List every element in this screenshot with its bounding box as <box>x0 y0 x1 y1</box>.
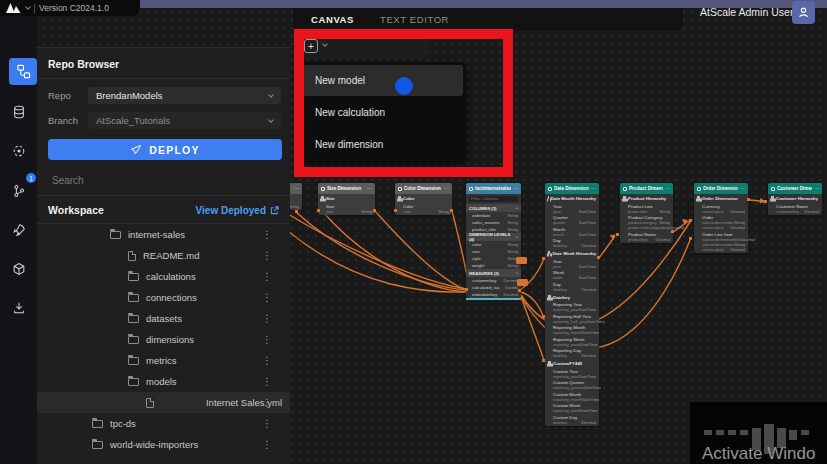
kebab-menu-icon[interactable]: ⋮ <box>262 440 272 450</box>
tab-text-editor[interactable]: TEXT EDITOR <box>380 14 449 25</box>
relationship-edge[interactable] <box>520 294 544 360</box>
relationship-edge[interactable] <box>375 211 467 290</box>
node-column-row[interactable]: orderdatekeyDecimal <box>466 291 521 298</box>
node-hierarchy-row[interactable]: Date Week Hierarchy <box>545 249 599 258</box>
kebab-menu-icon[interactable]: ⋮ <box>262 398 272 408</box>
node-column-row[interactable]: sizeString <box>466 248 521 255</box>
repo-select[interactable]: BrendanModels <box>88 87 281 104</box>
node-section-header[interactable]: COLUMNS (3)^ <box>466 204 521 212</box>
node-hierarchy-row[interactable]: Customer Hierarchy <box>768 194 822 203</box>
kebab-menu-icon[interactable]: ⋮ <box>262 272 272 282</box>
node-level-row[interactable]: SizesizeString <box>318 203 375 215</box>
relationship-badge[interactable] <box>516 257 527 264</box>
tree-item-calculations[interactable]: calculations⋮ <box>37 266 290 287</box>
node-kebab-icon[interactable]: ⋯ <box>665 186 670 191</box>
model-node-factinternetsales[interactable]: factinternetsales ⋯Filter ColumnsCOLUMNS… <box>466 183 521 298</box>
tree-item-connections[interactable]: connections⋮ <box>37 287 290 308</box>
model-node-customer-dimension[interactable]: Customer Dimension ⋯Customer HierarchyCu… <box>768 183 822 215</box>
model-node-product-dimension[interactable]: Product Dimension ⋯Product HierarchyProd… <box>620 183 673 243</box>
node-level-row[interactable]: Product NameproductkeyDecimal <box>620 231 673 243</box>
relationship-edge[interactable] <box>296 212 467 290</box>
node-level-row[interactable]: Reporting Half Yearreporting_half_yearDa… <box>545 313 599 325</box>
node-level-row[interactable]: Custom Monthreporting_monthDateTime <box>545 391 599 403</box>
node-level-row[interactable]: WeekweekDateTime <box>545 270 599 282</box>
node-level-row[interactable]: DaydatekeyDecimal <box>545 281 599 293</box>
node-hierarchy-row[interactable]: Datekey <box>545 293 599 302</box>
node-kebab-icon[interactable]: ⋯ <box>294 186 299 191</box>
relationship-badge[interactable] <box>517 279 528 286</box>
node-hierarchy-row[interactable]: CustomFY445 <box>545 359 599 368</box>
deploy-button[interactable]: DEPLOY <box>48 139 282 160</box>
tree-item-internet-sales[interactable]: internet-sales⋮ <box>37 224 290 245</box>
tree-item-datasets[interactable]: datasets⋮ <box>37 308 290 329</box>
node-hierarchy-row[interactable]: Size <box>318 194 375 203</box>
node-hierarchy-row[interactable]: Product Hierarchy <box>620 194 673 203</box>
rail-datasets-button[interactable] <box>5 98 32 125</box>
rail-repo-browser-button[interactable] <box>9 58 37 85</box>
node-hierarchy-row[interactable]: Date Month Hierarchy <box>545 194 599 203</box>
branch-select[interactable]: AtScale_Tutorials <box>88 112 281 129</box>
node-level-row[interactable]: ColorcolorString <box>395 203 452 215</box>
tree-item-models[interactable]: models⋮ <box>37 371 290 392</box>
logo-chevron-icon[interactable] <box>25 4 31 10</box>
kebab-menu-icon[interactable]: ⋮ <box>262 377 272 387</box>
node-level-row[interactable]: Custom Yearreporting_yearDateTime <box>545 368 599 380</box>
node-level-row[interactable]: Reporting Weekreporting_weekDateTime <box>545 336 599 348</box>
tab-canvas[interactable]: CANVAS <box>311 14 354 25</box>
tree-item-tpc-ds[interactable]: tpc-ds⋮ <box>37 413 290 434</box>
node-column-row[interactable]: styleString <box>466 255 521 262</box>
node-column-row[interactable]: customerkeyDecimal <box>466 277 521 284</box>
node-level-row[interactable]: QuarterquarterDateTime <box>545 215 599 227</box>
node-kebab-icon[interactable]: ⋯ <box>367 186 372 191</box>
node-level-row[interactable]: Reporting Yearreporting_yearDateTime <box>545 302 599 314</box>
node-section-header[interactable]: DIMENSION LEVELS (4)^ <box>466 233 521 241</box>
node-column-row[interactable]: weightString <box>466 262 521 269</box>
node-column-row[interactable]: sales_reasonsString <box>466 219 521 226</box>
node-level-row[interactable]: Order Line ItemsalesorderlinenumberDecim… <box>694 231 748 253</box>
node-level-row[interactable]: Reporting DaydatekeyDecimal <box>545 348 599 360</box>
kebab-menu-icon[interactable]: ⋮ <box>262 230 272 240</box>
kebab-menu-icon[interactable]: ⋮ <box>262 419 272 429</box>
relationship-edge[interactable] <box>322 211 467 292</box>
node-filter-input[interactable]: Filter Columns <box>469 196 518 202</box>
model-node-date-dimension[interactable]: Date Dimension ⋯Date Month HierarchyYear… <box>545 183 599 426</box>
model-node-color-dimension[interactable]: Color Dimension ⋯ColorColorcolorString <box>395 183 452 215</box>
node-kebab-icon[interactable]: ⋯ <box>814 186 819 191</box>
node-kebab-icon[interactable]: ⋯ <box>513 186 518 191</box>
model-node-order-dimension[interactable]: Order Dimension ⋯Order DimensionCurrency… <box>694 183 748 253</box>
node-level-row[interactable]: Custom Quarterreporting_quarterDateTime <box>545 380 599 392</box>
node-level-row[interactable]: CurrencycurrencykeyDecimal <box>694 203 748 215</box>
kebab-menu-icon[interactable]: ⋮ <box>262 356 272 366</box>
node-hierarchy-row[interactable]: Order Dimension <box>694 194 748 203</box>
node-level-row[interactable]: Custom DaydatekeyDecimal <box>545 414 599 426</box>
rail-observe-button[interactable] <box>5 137 32 164</box>
search-input[interactable]: Search <box>37 169 290 196</box>
tree-item-readme-md[interactable]: README.md⋮ <box>37 245 290 266</box>
user-menu-button[interactable] <box>792 1 815 24</box>
node-level-row[interactable]: Reporting Monthreporting_monthDateTime <box>545 325 599 337</box>
rail-packages-button[interactable] <box>5 255 32 282</box>
node-hierarchy-row[interactable]: Color <box>395 194 452 203</box>
tree-item-internet-sales-yml[interactable]: Internet Sales.yml⋮ <box>37 392 290 413</box>
tree-item-metrics[interactable]: metrics⋮ <box>37 350 290 371</box>
rail-branch-button[interactable]: 1 <box>5 177 32 204</box>
rail-import-button[interactable] <box>5 294 32 321</box>
node-level-row[interactable]: YearyearDateTime <box>545 203 599 215</box>
node-section-header[interactable]: MEASURES (3)^ <box>466 269 521 277</box>
model-node-size-dimension[interactable]: Size Dimension ⋯SizeSizesizeString <box>318 183 375 215</box>
node-column-row[interactable]: calculated_taxDouble <box>466 284 521 291</box>
node-column-row[interactable]: orderdateString <box>466 212 521 219</box>
kebab-menu-icon[interactable]: ⋮ <box>262 293 272 303</box>
node-kebab-icon[interactable]: ⋯ <box>591 186 596 191</box>
tree-item-dimensions[interactable]: dimensions⋮ <box>37 329 290 350</box>
node-level-row[interactable]: DaydatekeyDecimal <box>545 238 599 250</box>
kebab-menu-icon[interactable]: ⋮ <box>262 335 272 345</box>
node-level-row[interactable]: YearyearDateTime <box>545 258 599 270</box>
node-level-row[interactable]: Product CategoryproductcategoryStringpro… <box>620 215 673 232</box>
view-deployed-link[interactable]: View Deployed <box>196 205 279 216</box>
relationship-edge[interactable] <box>288 214 467 289</box>
node-level-row[interactable]: Customer NamecustomerkeyDecimal <box>768 203 822 215</box>
node-level-row[interactable]: Custom Weekreporting_weekDateTime <box>545 403 599 415</box>
node-level-row[interactable]: Product LineproductlineString <box>620 203 673 215</box>
kebab-menu-icon[interactable]: ⋮ <box>262 251 272 261</box>
